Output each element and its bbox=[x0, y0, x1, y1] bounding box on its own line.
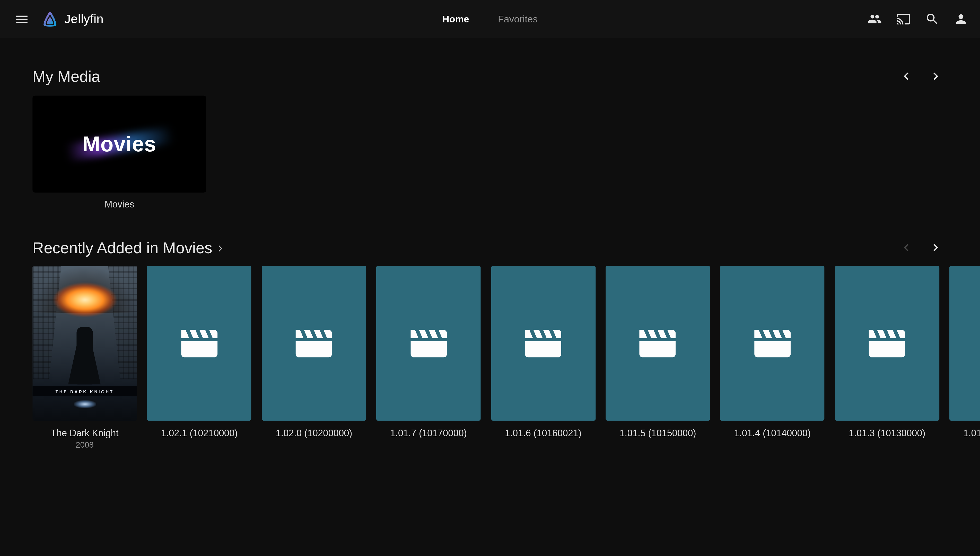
my-media-scroll-right-button[interactable] bbox=[925, 66, 946, 87]
recently-added-scroll-left-button[interactable] bbox=[896, 237, 917, 258]
header-tabs: Home Favorites bbox=[428, 0, 552, 38]
movies-library-tile[interactable]: Movies bbox=[32, 96, 206, 192]
movie-poster[interactable] bbox=[605, 266, 710, 420]
movie-poster[interactable] bbox=[720, 266, 825, 420]
my-media-scroll-buttons bbox=[896, 66, 946, 87]
movies-tile-text: Movies bbox=[82, 132, 156, 156]
cast-button[interactable] bbox=[889, 5, 917, 34]
tab-favorites[interactable]: Favorites bbox=[484, 0, 552, 38]
recently-added-row: THE DARK KNIGHT The Dark Knight 2008 1.0… bbox=[32, 266, 980, 449]
movie-clapper-icon bbox=[977, 318, 980, 368]
user-menu-button[interactable] bbox=[946, 5, 975, 34]
movie-card-7[interactable]: 1.01.3 (10130000) bbox=[835, 266, 939, 449]
jellyfin-logo-icon bbox=[41, 10, 60, 29]
person-icon bbox=[954, 12, 968, 26]
movie-title: 1.01.7 (10170000) bbox=[376, 428, 481, 438]
chevron-left-icon bbox=[899, 240, 914, 255]
people-icon bbox=[867, 12, 882, 26]
recently-added-link[interactable]: Recently Added in Movies bbox=[32, 239, 226, 257]
movie-card-0[interactable]: THE DARK KNIGHT The Dark Knight 2008 bbox=[32, 266, 137, 449]
movie-clapper-icon bbox=[862, 318, 912, 368]
syncplay-button[interactable] bbox=[860, 5, 889, 34]
movie-title: The Dark Knight bbox=[32, 428, 137, 438]
movie-card-6[interactable]: 1.01.4 (10140000) bbox=[720, 266, 825, 449]
recently-added-title: Recently Added in Movies bbox=[32, 239, 212, 257]
cast-icon bbox=[896, 12, 910, 26]
movie-poster[interactable]: THE DARK KNIGHT bbox=[32, 266, 137, 420]
recently-added-scroll-right-button[interactable] bbox=[925, 237, 946, 258]
recently-added-scroll-buttons bbox=[896, 237, 946, 258]
menu-icon bbox=[15, 11, 29, 26]
movie-title: 1.01.3 (10130000) bbox=[835, 428, 939, 438]
home-content: My Media Movies Movies bbox=[0, 66, 980, 449]
movie-title: 1.02.0 (10200000) bbox=[262, 428, 366, 438]
poster-title-text: THE DARK KNIGHT bbox=[56, 389, 114, 394]
my-media-row: Movies Movies bbox=[32, 96, 980, 210]
movie-card-2[interactable]: 1.02.0 (10200000) bbox=[262, 266, 366, 449]
chevron-right-icon bbox=[928, 69, 943, 84]
menu-button[interactable] bbox=[9, 7, 34, 32]
search-icon bbox=[925, 12, 939, 26]
tab-home[interactable]: Home bbox=[428, 0, 484, 38]
movie-title: 1.01.4 (10140000) bbox=[720, 428, 825, 438]
header-actions bbox=[860, 5, 975, 34]
chevron-right-icon bbox=[928, 240, 943, 255]
movie-poster[interactable] bbox=[376, 266, 481, 420]
poster-fire-art bbox=[46, 282, 124, 321]
app-logo[interactable]: Jellyfin bbox=[41, 10, 104, 29]
movie-clapper-icon bbox=[748, 318, 797, 368]
library-card-movies[interactable]: Movies Movies bbox=[32, 96, 206, 210]
chevron-left-icon bbox=[899, 69, 914, 84]
movie-poster[interactable] bbox=[262, 266, 366, 420]
movie-card-3[interactable]: 1.01.7 (10170000) bbox=[376, 266, 481, 449]
recently-added-section: Recently Added in Movies THE DARK KNIGHT… bbox=[32, 237, 980, 449]
movie-title: 1.01.5 (10150000) bbox=[605, 428, 710, 438]
app-title: Jellyfin bbox=[65, 12, 103, 26]
movie-title: 1.01.2 (10120000) bbox=[949, 428, 980, 438]
my-media-scroll-left-button[interactable] bbox=[896, 66, 917, 87]
movie-clapper-icon bbox=[404, 318, 454, 368]
movie-clapper-icon bbox=[174, 318, 224, 368]
movie-card-4[interactable]: 1.01.6 (10160021) bbox=[491, 266, 596, 449]
poster-title-band: THE DARK KNIGHT bbox=[32, 386, 137, 396]
my-media-title: My Media bbox=[32, 67, 100, 85]
movie-title: 1.01.6 (10160021) bbox=[491, 428, 596, 438]
top-bar: Jellyfin Home Favorites bbox=[0, 0, 980, 38]
movie-card-5[interactable]: 1.01.5 (10150000) bbox=[605, 266, 710, 449]
movie-title: 1.02.1 (10210000) bbox=[147, 428, 252, 438]
library-name: Movies bbox=[32, 199, 206, 209]
jellyfin-home-page: Jellyfin Home Favorites My Media bbox=[0, 0, 980, 556]
movie-poster[interactable] bbox=[491, 266, 596, 420]
movie-poster[interactable] bbox=[835, 266, 939, 420]
movie-clapper-icon bbox=[633, 318, 683, 368]
movie-clapper-icon bbox=[518, 318, 568, 368]
movie-clapper-icon bbox=[289, 318, 339, 368]
poster-bat-glow-art bbox=[73, 400, 96, 408]
chevron-right-icon bbox=[214, 242, 226, 254]
movie-poster[interactable] bbox=[949, 266, 980, 420]
movie-poster[interactable] bbox=[147, 266, 252, 420]
my-media-section: My Media Movies Movies bbox=[32, 66, 980, 210]
poster-figure-art bbox=[76, 327, 92, 384]
movie-card-8[interactable]: 1.01.2 (10120000) bbox=[949, 266, 980, 449]
movie-card-1[interactable]: 1.02.1 (10210000) bbox=[147, 266, 252, 449]
search-button[interactable] bbox=[917, 5, 946, 34]
movie-year: 2008 bbox=[32, 440, 137, 449]
